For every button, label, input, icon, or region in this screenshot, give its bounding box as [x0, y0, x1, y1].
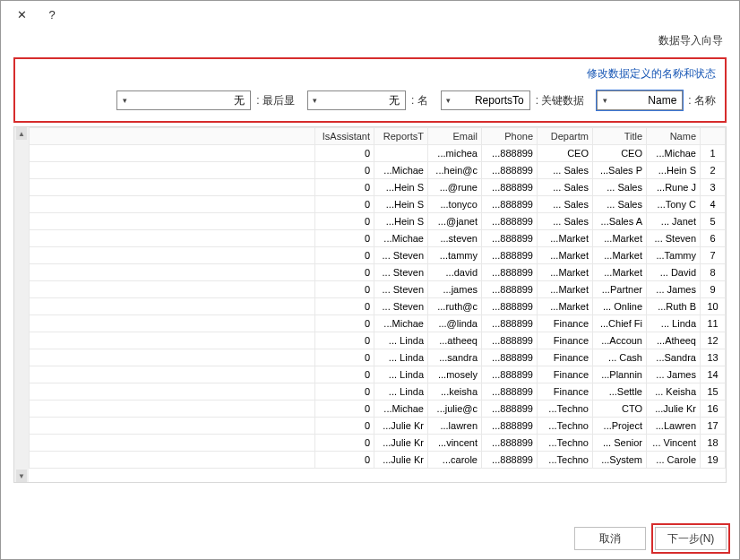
- table-row[interactable]: 6Steven ...Market...Market...888899...st…: [30, 230, 726, 247]
- cell-asst: 0: [315, 452, 374, 469]
- field-last: 最后显 : ▾ 无: [116, 90, 295, 110]
- cell-phone: 888899...: [482, 452, 538, 469]
- table-row[interactable]: 11Linda ...Chief Fi...Finance888899...li…: [30, 315, 726, 332]
- name-label: 名称 :: [688, 93, 716, 108]
- scroll-up-icon[interactable]: ▲: [16, 127, 27, 140]
- table-row[interactable]: 16Julie Kr...CTOTechno...888899...julie@…: [30, 401, 726, 418]
- cell-fill: [30, 230, 315, 247]
- col-phone[interactable]: Phone: [482, 128, 538, 145]
- cell-rep: Julie Kr...: [374, 435, 428, 452]
- chevron-down-icon: ▾: [442, 96, 456, 105]
- table-row[interactable]: 5Janet ...Sales A...Sales ...888899...ja…: [30, 213, 726, 230]
- cell-i: 14: [701, 366, 726, 383]
- table-row[interactable]: 15Keisha ...Settle...Finance888899...kei…: [30, 383, 726, 401]
- cell-dept: Sales ...: [538, 196, 593, 213]
- col-rep[interactable]: ReportsT: [374, 128, 428, 145]
- name-combo[interactable]: ▾ Name: [597, 90, 683, 110]
- cell-dept: Market...: [538, 230, 593, 247]
- table-row[interactable]: 7Tammy...Market...Market...888899...tamm…: [30, 247, 726, 264]
- cell-name: David ...: [647, 264, 701, 281]
- cell-asst: 0: [315, 179, 374, 196]
- cell-title: Partner...: [593, 281, 647, 298]
- cell-title: Project...: [593, 418, 647, 435]
- cell-fill: [30, 452, 315, 469]
- cell-i: 3: [701, 179, 726, 196]
- cell-i: 15: [701, 383, 726, 401]
- table-row[interactable]: 13Sandra...Cash ...Finance888899...sandr…: [30, 349, 726, 366]
- cell-phone: 888899...: [482, 196, 538, 213]
- cell-asst: 0: [315, 162, 374, 179]
- col-email[interactable]: Email: [428, 128, 482, 145]
- cell-phone: 888899...: [482, 264, 538, 281]
- close-button[interactable]: ✕: [6, 4, 37, 25]
- cell-title: Online ...: [593, 298, 647, 315]
- cell-name: Julie Kr...: [647, 401, 701, 418]
- cell-email: carole...: [428, 452, 482, 469]
- cell-fill: [30, 196, 315, 213]
- scroll-down-icon[interactable]: ▼: [16, 470, 27, 482]
- table-row[interactable]: 9James ...Partner...Market...888899...ja…: [30, 281, 726, 298]
- cancel-button[interactable]: 取消: [574, 527, 646, 550]
- cell-i: 7: [701, 247, 726, 264]
- table-row[interactable]: 12Atheeq...Accoun...Finance888899...athe…: [30, 332, 726, 349]
- cell-fill: [30, 332, 315, 349]
- cell-rep: [374, 145, 428, 162]
- cell-phone: 888899...: [482, 332, 538, 349]
- table-row[interactable]: 14James ...Plannin...Finance888899...mos…: [30, 366, 726, 383]
- cell-rep: Hein S...: [374, 196, 428, 213]
- col-title[interactable]: Title: [593, 128, 647, 145]
- name-combo-value: Name: [612, 94, 682, 107]
- cell-rep: Hein S...: [374, 179, 428, 196]
- cell-phone: 888899...: [482, 179, 538, 196]
- cell-rep: Julie Kr...: [374, 452, 428, 469]
- cell-name: Atheeq...: [647, 332, 701, 349]
- last-label: 最后显 :: [256, 93, 295, 108]
- cell-email: hein@c...: [428, 162, 482, 179]
- help-button[interactable]: ?: [37, 4, 67, 25]
- table-row[interactable]: 8David ...Market...Market...888899...dav…: [30, 264, 726, 281]
- col-dept[interactable]: Departm: [538, 128, 593, 145]
- cell-phone: 888899...: [482, 418, 538, 435]
- cell-phone: 888899...: [482, 230, 538, 247]
- table-row[interactable]: 17Lawren...Project...Techno...888899...l…: [30, 418, 726, 435]
- table-row[interactable]: 3Rune J...Sales ...Sales ...888899...run…: [30, 179, 726, 196]
- cell-title: Sales A...: [593, 213, 647, 230]
- vertical-scrollbar[interactable]: ▲ ▼: [14, 127, 29, 482]
- table-row[interactable]: 1Michae...CEOCEO888899...michea...0: [30, 145, 726, 162]
- keycol-combo[interactable]: ▾ ReportsTo: [441, 90, 530, 110]
- table-row[interactable]: 18Vincent ...Senior ...Techno...888899..…: [30, 435, 726, 452]
- col-name[interactable]: Name: [647, 128, 701, 145]
- cell-asst: 0: [315, 281, 374, 298]
- table-row[interactable]: 19Carole ...System...Techno...888899...c…: [30, 452, 726, 469]
- cell-i: 19: [701, 452, 726, 469]
- keycol-combo-value: ReportsTo: [456, 94, 529, 107]
- cell-fill: [30, 401, 315, 418]
- cell-fill: [30, 281, 315, 298]
- chevron-down-icon: ▾: [308, 96, 323, 105]
- cell-rep: Linda ...: [374, 332, 428, 349]
- data-grid: Name Title Departm Phone Email ReportsT …: [29, 127, 726, 482]
- cell-phone: 888899...: [482, 145, 538, 162]
- cell-fill: [30, 383, 315, 401]
- next-button[interactable]: 下一步(N): [655, 527, 727, 550]
- cell-email: michea...: [428, 145, 482, 162]
- cell-asst: 0: [315, 383, 374, 401]
- cell-asst: 0: [315, 332, 374, 349]
- col-idx[interactable]: [701, 128, 726, 145]
- name2-label: 名 :: [411, 93, 428, 108]
- cell-name: Tony C...: [647, 196, 701, 213]
- cell-name: Vincent ...: [647, 435, 701, 452]
- name2-combo[interactable]: ▾ 无: [307, 90, 406, 110]
- cell-name: Lawren...: [647, 418, 701, 435]
- last-combo[interactable]: ▾ 无: [116, 90, 251, 110]
- table-row[interactable]: 10Ruth B...Online ...Market...888899...r…: [30, 298, 726, 315]
- col-asst[interactable]: IsAssistant: [315, 128, 374, 145]
- cell-dept: Finance: [538, 349, 593, 366]
- cell-name: Linda ...: [647, 315, 701, 332]
- cell-email: atheeq...: [428, 332, 482, 349]
- table-row[interactable]: 4Tony C...Sales ...Sales ...888899...ton…: [30, 196, 726, 213]
- cell-i: 10: [701, 298, 726, 315]
- cell-fill: [30, 315, 315, 332]
- table-row[interactable]: 2Hein S...Sales P...Sales ...888899...he…: [30, 162, 726, 179]
- cell-name: Keisha ...: [647, 383, 701, 401]
